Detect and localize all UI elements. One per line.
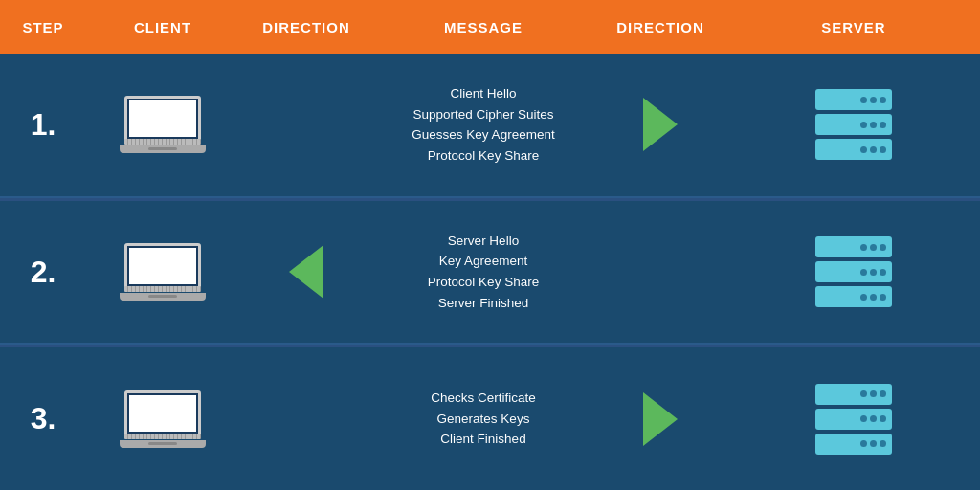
laptop-screen bbox=[124, 96, 201, 142]
header-row: STEP CLIENT DIRECTION MESSAGE DIRECTION … bbox=[0, 0, 980, 54]
laptop-keyboard bbox=[124, 286, 201, 292]
client-cell bbox=[86, 347, 239, 490]
server-dot bbox=[860, 122, 867, 128]
server-dot bbox=[870, 97, 877, 103]
server-dot bbox=[880, 122, 886, 128]
laptop-screen bbox=[124, 390, 201, 436]
message-cell: Server HelloKey AgreementProtocol Key Sh… bbox=[373, 201, 593, 344]
server-dot bbox=[880, 146, 886, 153]
direction1-cell bbox=[239, 347, 373, 490]
server-dot bbox=[860, 390, 867, 397]
table-row: 3. Checks CertificateGenerates KeysClien… bbox=[0, 347, 980, 490]
data-rows: 1. Client HelloSupported Cipher SuitesGu… bbox=[0, 54, 980, 490]
laptop-base bbox=[120, 440, 206, 448]
server-dot bbox=[880, 244, 886, 251]
server-dot bbox=[880, 415, 886, 422]
server-unit bbox=[815, 261, 892, 282]
laptop-icon bbox=[120, 96, 206, 153]
direction2-cell bbox=[593, 201, 727, 344]
server-unit bbox=[815, 409, 892, 430]
client-cell bbox=[86, 201, 239, 344]
server-dot bbox=[870, 415, 877, 422]
server-unit bbox=[815, 384, 892, 405]
header-direction1: DIRECTION bbox=[239, 0, 373, 54]
laptop-screen-inner bbox=[129, 395, 196, 432]
laptop-screen-inner bbox=[129, 248, 196, 284]
arrow-right-icon bbox=[643, 392, 678, 446]
laptop-icon bbox=[120, 243, 206, 301]
server-dot bbox=[870, 122, 877, 128]
server-unit bbox=[815, 89, 892, 110]
direction1-cell bbox=[239, 54, 373, 196]
message-cell: Client HelloSupported Cipher SuitesGuess… bbox=[373, 54, 593, 196]
server-dot bbox=[870, 440, 877, 447]
server-cell bbox=[727, 347, 980, 490]
direction1-cell bbox=[239, 201, 373, 344]
server-dot bbox=[870, 269, 877, 276]
step-number: 3. bbox=[0, 347, 86, 490]
server-dot bbox=[870, 390, 877, 397]
arrow-right-icon bbox=[643, 98, 678, 151]
server-dot bbox=[870, 294, 877, 301]
client-cell bbox=[86, 54, 239, 196]
table-row: 1. Client HelloSupported Cipher SuitesGu… bbox=[0, 54, 980, 198]
server-unit bbox=[815, 434, 892, 455]
table-row: 2. Server HelloKey AgreementProtocol Key… bbox=[0, 201, 980, 345]
server-dot bbox=[860, 415, 867, 422]
header-server: SERVER bbox=[727, 0, 980, 54]
laptop-base bbox=[120, 293, 206, 301]
server-dot bbox=[860, 244, 867, 251]
laptop-base bbox=[120, 145, 206, 153]
message-cell: Checks CertificateGenerates KeysClient F… bbox=[373, 347, 593, 490]
server-dot bbox=[860, 97, 867, 103]
server-dot bbox=[880, 97, 886, 103]
tls-handshake-table: STEP CLIENT DIRECTION MESSAGE DIRECTION … bbox=[0, 0, 980, 490]
header-direction2: DIRECTION bbox=[593, 0, 727, 54]
server-dot bbox=[880, 269, 886, 276]
header-client: CLIENT bbox=[86, 0, 239, 54]
laptop-keyboard bbox=[124, 434, 201, 439]
server-icon bbox=[812, 85, 896, 164]
server-dot bbox=[860, 440, 867, 447]
server-icon bbox=[812, 380, 896, 458]
message-text: Client HelloSupported Cipher SuitesGuess… bbox=[412, 83, 554, 166]
laptop-screen-inner bbox=[129, 100, 196, 137]
server-dot bbox=[870, 244, 877, 251]
laptop-screen bbox=[124, 243, 201, 289]
server-dot bbox=[880, 294, 886, 301]
header-step: STEP bbox=[0, 0, 86, 54]
step-number: 1. bbox=[0, 54, 86, 196]
server-unit bbox=[815, 139, 892, 160]
server-unit bbox=[815, 286, 892, 307]
direction2-cell bbox=[593, 54, 727, 196]
server-dot bbox=[880, 390, 886, 397]
message-text: Server HelloKey AgreementProtocol Key Sh… bbox=[428, 231, 539, 313]
direction2-cell bbox=[593, 347, 727, 490]
server-unit bbox=[815, 236, 892, 257]
server-dot bbox=[860, 269, 867, 276]
server-dot bbox=[880, 440, 886, 447]
server-cell bbox=[727, 201, 980, 344]
arrow-left-icon bbox=[289, 245, 323, 299]
laptop-icon bbox=[120, 390, 206, 448]
server-dot bbox=[860, 294, 867, 301]
server-icon bbox=[812, 233, 896, 311]
laptop-keyboard bbox=[124, 139, 201, 145]
server-cell bbox=[727, 54, 980, 196]
server-unit bbox=[815, 114, 892, 135]
server-dot bbox=[860, 146, 867, 153]
server-dot bbox=[870, 146, 877, 153]
step-number: 2. bbox=[0, 201, 86, 344]
header-message: MESSAGE bbox=[373, 0, 593, 54]
message-text: Checks CertificateGenerates KeysClient F… bbox=[431, 388, 536, 450]
